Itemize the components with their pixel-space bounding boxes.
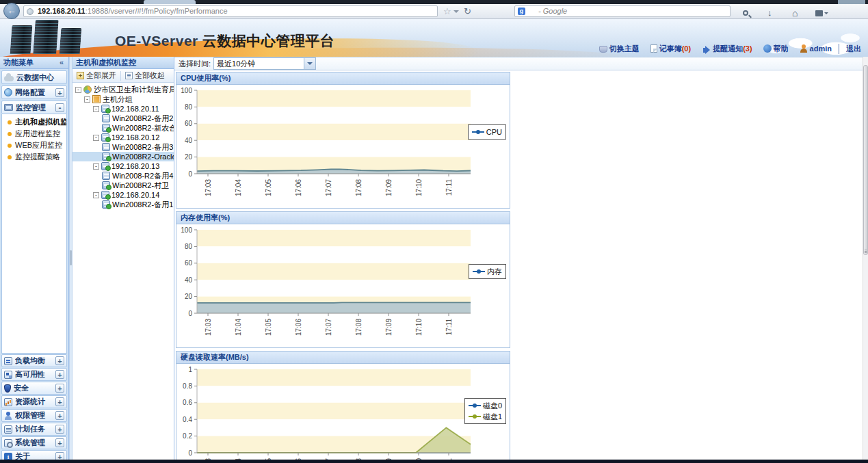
expand-all-icon bbox=[77, 72, 84, 79]
tree-panel-header: 主机和虚拟机监控 bbox=[73, 57, 174, 69]
sidebar-subitem[interactable]: 应用进程监控 bbox=[2, 128, 66, 140]
tree-toolbar: 全部展开 全部收起 bbox=[73, 69, 174, 83]
theme-icon bbox=[599, 46, 607, 53]
svg-text:0.6: 0.6 bbox=[183, 399, 192, 406]
svg-text:17:04: 17:04 bbox=[235, 179, 242, 196]
expand-icon[interactable]: + bbox=[55, 384, 64, 393]
sidebar-item-permission[interactable]: 权限管理+ bbox=[1, 409, 67, 422]
sidebar-item-network-config[interactable]: 网络配置+ bbox=[1, 85, 67, 99]
bookmark-star-icon[interactable]: ☆ bbox=[443, 6, 451, 16]
sidebar-item-scheduled-tasks[interactable]: 计划任务+ bbox=[1, 423, 67, 436]
tree-node[interactable]: Win2008-R2备用4 bbox=[73, 171, 174, 181]
tree-node[interactable]: -192.168.20.11 bbox=[73, 104, 174, 114]
sidebar-splitter[interactable] bbox=[69, 57, 73, 463]
admin-link[interactable]: admin bbox=[800, 44, 832, 53]
sidebar-item-load-balance[interactable]: 负载均衡+ bbox=[1, 354, 67, 367]
site-favicon-icon bbox=[27, 8, 34, 15]
tree-node[interactable]: -192.168.20.13 bbox=[73, 161, 174, 171]
monitor-icon bbox=[4, 104, 13, 111]
chevron-down-icon[interactable] bbox=[304, 58, 315, 69]
tree-node[interactable]: -192.168.20.14 bbox=[73, 190, 174, 200]
vertical-scrollbar[interactable] bbox=[863, 57, 868, 463]
sidebar-item-cloud-center[interactable]: 云数据中心 bbox=[1, 70, 67, 84]
svg-text:0: 0 bbox=[188, 170, 192, 178]
expand-icon[interactable]: + bbox=[55, 411, 64, 420]
search-icon[interactable] bbox=[743, 10, 748, 16]
sidebar-item-security[interactable]: 安全+ bbox=[1, 382, 67, 395]
url-dropdown-icon[interactable] bbox=[453, 10, 459, 16]
svg-text:0.4: 0.4 bbox=[183, 416, 192, 423]
expand-icon[interactable]: + bbox=[55, 370, 64, 379]
scrollbar-thumb[interactable] bbox=[863, 65, 868, 255]
collapse-icon[interactable]: - bbox=[55, 103, 64, 112]
security-icon bbox=[4, 384, 11, 393]
reload-icon[interactable]: ↻ bbox=[464, 6, 471, 16]
tree-node[interactable]: -沙市区卫生和计划生育局数据中心 bbox=[73, 85, 174, 94]
time-range-select[interactable]: 最近10分钟 bbox=[213, 57, 316, 70]
expand-icon[interactable]: + bbox=[55, 356, 64, 365]
chart-memory-usage: 内存使用率(%)02040608010017:0317:0417:0517:06… bbox=[176, 211, 510, 348]
collapse-sidebar-icon[interactable] bbox=[57, 57, 66, 67]
tree-collapse-icon[interactable]: - bbox=[84, 96, 90, 103]
tree-node[interactable]: Win2008R2-村卫 bbox=[73, 181, 174, 190]
sidebar-item-system-mgmt[interactable]: 系统管理+ bbox=[1, 436, 67, 449]
sidebar-item-network-config-label: 网络配置 bbox=[15, 88, 55, 98]
chart-title: 内存使用率(%) bbox=[176, 212, 510, 224]
sidebar-item-resource-stats[interactable]: 资源统计+ bbox=[1, 395, 67, 408]
expand-icon[interactable]: + bbox=[55, 88, 64, 97]
sidebar-item-high-availability[interactable]: 高可用性+ bbox=[1, 368, 67, 381]
vm-icon bbox=[102, 114, 110, 122]
bookmarks-menu-icon[interactable] bbox=[815, 10, 823, 16]
sidebar-item-monitor-mgmt[interactable]: 监控管理- bbox=[1, 101, 67, 114]
tree-node[interactable]: Win2008R2-备用2 bbox=[73, 114, 174, 123]
expand-icon[interactable]: + bbox=[55, 438, 64, 447]
tree-node[interactable]: Win2008R2-Oracle bbox=[73, 152, 174, 161]
expand-icon[interactable]: + bbox=[55, 425, 64, 434]
legend-marker-icon bbox=[469, 414, 481, 419]
url-bar[interactable]: 192.168.20.11:19888/vserver/#!/fmPolicy/… bbox=[23, 5, 438, 17]
switch-theme-link[interactable]: 切换主题 bbox=[599, 44, 640, 54]
sidebar-monitor-submenu: 主机和虚拟机监控应用进程监控WEB应用监控监控提醒策略 bbox=[1, 114, 67, 354]
chart-legend: 磁盘0磁盘1 bbox=[464, 398, 506, 424]
google-search-icon[interactable]: g bbox=[518, 8, 525, 15]
search-input[interactable]: g - Google bbox=[514, 5, 731, 17]
notifications-link[interactable]: 提醒通知(3) bbox=[702, 44, 752, 54]
tree-collapse-icon[interactable]: - bbox=[93, 135, 99, 141]
sidebar-header: 功能菜单 bbox=[0, 57, 68, 69]
tree-collapse-icon[interactable]: - bbox=[93, 192, 99, 198]
downloads-icon[interactable]: ↓ bbox=[767, 8, 772, 18]
tree-node[interactable]: Win2008R2-备用3 bbox=[73, 142, 174, 152]
logout-link[interactable]: 退出 bbox=[839, 44, 861, 54]
svg-text:17:09: 17:09 bbox=[385, 319, 393, 336]
notebook-link-label: 记事簿 bbox=[659, 44, 682, 53]
host-icon bbox=[101, 191, 109, 199]
tree-node[interactable]: Win2008R2-新农合 bbox=[73, 123, 174, 133]
sidebar: 功能菜单 云数据中心网络配置+监控管理- 主机和虚拟机监控应用进程监控WEB应用… bbox=[0, 57, 69, 463]
back-button[interactable]: ← bbox=[3, 3, 20, 19]
tree-collapse-icon[interactable]: - bbox=[75, 87, 81, 93]
tree-node[interactable]: Win2008R2-备用1 bbox=[73, 200, 174, 209]
svg-text:0.2: 0.2 bbox=[183, 432, 192, 440]
sidebar-subitem[interactable]: WEB应用监控 bbox=[2, 140, 66, 151]
home-icon[interactable]: ⌂ bbox=[792, 8, 798, 18]
sidebar-subitem[interactable]: 主机和虚拟机监控 bbox=[2, 116, 66, 128]
help-link[interactable]: 帮助 bbox=[763, 44, 789, 54]
vm-run-icon bbox=[102, 124, 110, 132]
notebook-link[interactable]: 记事簿(0) bbox=[650, 44, 691, 54]
tree-node[interactable]: -192.168.20.12 bbox=[73, 133, 174, 142]
svg-text:100: 100 bbox=[181, 87, 192, 94]
tree-node-label: Win2008R2-备用1 bbox=[112, 200, 173, 209]
badge-count: (0) bbox=[682, 44, 691, 53]
sidebar-item-resource-stats-label: 资源统计 bbox=[15, 397, 55, 407]
tree-node[interactable]: -主机分组 bbox=[73, 94, 174, 104]
tree-collapse-icon[interactable]: - bbox=[93, 163, 99, 170]
legend-item: 内存 bbox=[473, 266, 502, 277]
sidebar-subitem[interactable]: 监控提醒策略 bbox=[2, 151, 66, 163]
tree-collapse-icon[interactable]: - bbox=[93, 106, 99, 112]
expand-all-button[interactable]: 全部展开 bbox=[74, 70, 119, 82]
expand-icon[interactable]: + bbox=[55, 397, 64, 406]
svg-text:17:11: 17:11 bbox=[445, 179, 453, 196]
svg-text:0.8: 0.8 bbox=[183, 382, 192, 390]
collapse-all-button[interactable]: 全部收起 bbox=[122, 70, 168, 82]
svg-text:17:11: 17:11 bbox=[445, 319, 453, 336]
